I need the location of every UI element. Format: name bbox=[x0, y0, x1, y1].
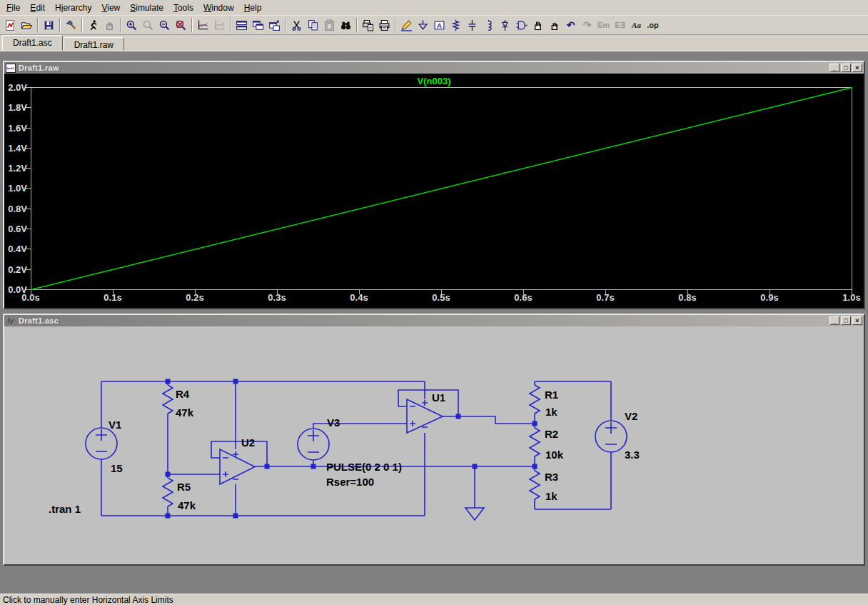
find-button[interactable] bbox=[338, 17, 354, 33]
x-tick-label[interactable]: 0.4s bbox=[345, 292, 373, 303]
print-button[interactable] bbox=[376, 17, 393, 33]
status-text: Click to manually enter Horizontal Axis … bbox=[3, 595, 173, 605]
draw-wire-button[interactable] bbox=[398, 17, 415, 33]
zoom-in-icon bbox=[126, 19, 138, 31]
maximize-button[interactable]: □ bbox=[841, 64, 851, 72]
x-tick-label[interactable]: 0.6s bbox=[509, 292, 538, 303]
menu-edit[interactable]: Edit bbox=[25, 1, 50, 15]
cascade-windows-button[interactable] bbox=[250, 17, 266, 33]
tab-draft1-raw[interactable]: Draft1.raw bbox=[64, 37, 124, 51]
menu-tools[interactable]: Tools bbox=[168, 1, 198, 15]
toolbar-separator bbox=[395, 18, 396, 32]
schematic-window-icon[interactable] bbox=[6, 316, 16, 326]
component-R2[interactable]: R2 10k bbox=[530, 428, 564, 461]
minimize-button[interactable]: _ bbox=[829, 316, 839, 325]
place-capacitor-button[interactable] bbox=[464, 17, 480, 33]
x-tick-label[interactable]: 0.3s bbox=[263, 292, 291, 303]
component-R5[interactable]: R5 47k bbox=[163, 478, 196, 511]
autorange-y-axis-button[interactable] bbox=[195, 17, 211, 33]
y-tick-label[interactable]: 1.2V bbox=[4, 163, 27, 174]
maximize-button[interactable]: □ bbox=[841, 316, 851, 325]
svg-text:U2: U2 bbox=[241, 436, 255, 449]
menu-help[interactable]: Help bbox=[239, 1, 267, 15]
waveform-plot-area[interactable]: V(n003) 2.0V 1.8V 1.6V 1.4V 1.2V 1.0V 0.… bbox=[4, 74, 864, 308]
y-tick-label[interactable]: 0.6V bbox=[4, 224, 27, 234]
spice-directive-text[interactable]: .tran 1 bbox=[49, 503, 81, 515]
new-schematic-button[interactable] bbox=[2, 17, 19, 33]
place-component-button[interactable] bbox=[513, 17, 530, 33]
spice-directive-button[interactable]: .op bbox=[645, 17, 661, 33]
waveform-window-icon[interactable] bbox=[6, 64, 16, 73]
menu-simulate[interactable]: Simulate bbox=[125, 1, 168, 15]
close-button[interactable]: × bbox=[852, 64, 862, 72]
y-tick-label[interactable]: 0.8V bbox=[4, 204, 27, 214]
svg-text:47k: 47k bbox=[178, 499, 196, 511]
svg-text:V3: V3 bbox=[327, 416, 340, 429]
y-tick-label[interactable]: 1.4V bbox=[4, 143, 27, 154]
place-resistor-button[interactable] bbox=[448, 17, 464, 33]
copy-button[interactable] bbox=[305, 17, 321, 33]
menu-file[interactable]: File bbox=[1, 1, 25, 15]
y-tick-label[interactable]: 1.6V bbox=[4, 123, 27, 134]
menu-window[interactable]: Window bbox=[198, 1, 239, 15]
place-inductor-button[interactable] bbox=[480, 17, 497, 33]
open-button[interactable] bbox=[19, 17, 35, 33]
place-diode-button[interactable] bbox=[497, 17, 513, 33]
label-net-button[interactable]: A bbox=[431, 17, 448, 33]
schematic-canvas[interactable]: V1 15 R4 47k R5 47k bbox=[4, 326, 864, 564]
close-button[interactable]: × bbox=[852, 316, 862, 325]
tile-windows-button[interactable] bbox=[233, 17, 250, 33]
status-bar: Click to manually enter Horizontal Axis … bbox=[0, 594, 868, 605]
menu-view[interactable]: View bbox=[96, 1, 125, 15]
control-panel-button[interactable] bbox=[63, 17, 79, 33]
y-tick-label[interactable]: 1.0V bbox=[4, 183, 27, 194]
autorange-y-axis-icon bbox=[197, 19, 209, 31]
tab-draft1-asc[interactable]: Draft1.asc bbox=[2, 35, 63, 51]
x-tick-label[interactable]: 0.2s bbox=[181, 292, 209, 303]
zoom-out-button[interactable] bbox=[156, 17, 173, 33]
run-button[interactable] bbox=[85, 17, 101, 33]
save-button[interactable] bbox=[41, 17, 57, 33]
x-tick-label[interactable]: 0.0s bbox=[16, 292, 45, 303]
move-button[interactable] bbox=[530, 17, 546, 33]
y-tick-label[interactable]: 1.8V bbox=[4, 102, 27, 113]
x-tick-label[interactable]: 0.9s bbox=[755, 292, 784, 303]
y-tick-label[interactable]: 0.4V bbox=[4, 244, 27, 254]
arrange-windows-button[interactable] bbox=[266, 17, 283, 33]
label-net-icon: A bbox=[433, 19, 445, 31]
x-tick-label[interactable]: 0.1s bbox=[99, 292, 127, 303]
svg-text:V1: V1 bbox=[108, 419, 121, 431]
ground-symbol[interactable] bbox=[465, 508, 484, 520]
redo-icon: ↷ bbox=[583, 19, 592, 31]
undo-button[interactable]: ↶ bbox=[562, 17, 579, 33]
x-tick-label[interactable]: 0.8s bbox=[673, 292, 702, 303]
trace-label[interactable]: V(n003) bbox=[4, 76, 864, 86]
y-tick-label[interactable]: 2.0V bbox=[4, 82, 27, 93]
waveform-window-titlebar[interactable]: Draft1.raw _ □ × bbox=[4, 62, 864, 74]
minimize-button[interactable]: _ bbox=[829, 64, 839, 72]
component-V1[interactable]: V1 15 bbox=[86, 419, 123, 474]
zoom-full-extents-button[interactable] bbox=[173, 17, 189, 33]
place-text-button[interactable]: Aa bbox=[628, 17, 645, 33]
component-R3[interactable]: R3 1k bbox=[530, 471, 558, 502]
zoom-in-button[interactable] bbox=[123, 17, 140, 33]
wire-pencil-icon bbox=[400, 19, 413, 31]
x-tick-label[interactable]: 0.7s bbox=[591, 292, 620, 303]
y-tick-label[interactable]: 0.2V bbox=[4, 264, 27, 275]
print-preview-button[interactable] bbox=[360, 17, 376, 33]
svg-text:R3: R3 bbox=[545, 471, 558, 483]
schematic-window: Draft1.asc _ □ × V1 15 R4 47k bbox=[3, 314, 865, 566]
place-ground-button[interactable] bbox=[415, 17, 431, 33]
schematic-window-titlebar[interactable]: Draft1.asc _ □ × bbox=[4, 315, 864, 326]
cut-button[interactable] bbox=[288, 17, 305, 33]
component-U2[interactable]: U2 bbox=[220, 436, 255, 484]
component-R4[interactable]: R4 47k bbox=[163, 385, 194, 419]
x-tick-label[interactable]: 0.5s bbox=[427, 292, 455, 303]
component-U1[interactable]: U1 bbox=[407, 391, 445, 433]
menu-hierarchy[interactable]: Hierarchy bbox=[50, 1, 96, 15]
menu-label: W bbox=[203, 3, 211, 13]
x-tick-label[interactable]: 1.0s bbox=[837, 292, 864, 303]
drag-button[interactable] bbox=[546, 17, 562, 33]
component-V2[interactable]: V2 3.3 bbox=[595, 410, 640, 461]
component-R1[interactable]: R1 1k bbox=[530, 385, 558, 418]
